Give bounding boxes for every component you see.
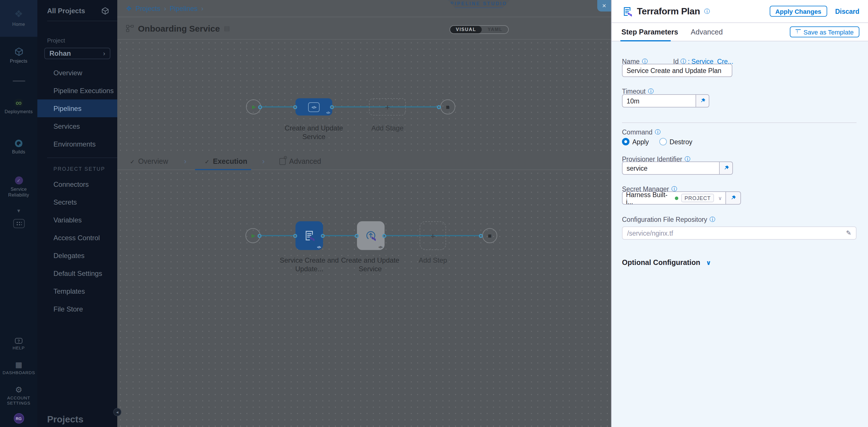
sidebar-item-delegates[interactable]: Delegates xyxy=(37,247,117,264)
rail-item-account-settings[interactable]: ⚙ ACCOUNT SETTINGS xyxy=(3,381,35,411)
service-reliability-icon: ✓ xyxy=(15,176,23,185)
cube-icon xyxy=(14,47,23,56)
close-icon: × xyxy=(602,2,606,10)
sidebar-item-services[interactable]: Services xyxy=(37,117,117,135)
step-label: Create and Update Service xyxy=(339,256,402,273)
rail-more-chevron-icon[interactable]: ▾ xyxy=(17,207,20,217)
user-avatar[interactable]: RG xyxy=(13,413,24,424)
chevron-right-icon: › xyxy=(201,4,204,12)
breadcrumb-pipelines[interactable]: Pipelines xyxy=(169,4,197,12)
connector-port[interactable] xyxy=(355,234,359,238)
sidebar-item-pipeline-executions[interactable]: Pipeline Executions xyxy=(37,81,117,99)
pin-icon xyxy=(699,98,706,104)
dashboards-icon: ▦ xyxy=(15,361,23,368)
sidebar-item-access-control[interactable]: Access Control xyxy=(37,229,117,247)
rail-label: Service Reliability xyxy=(3,187,35,198)
stage-connector-line xyxy=(261,106,441,107)
breadcrumb-projects[interactable]: Projects xyxy=(136,4,161,12)
config-repo-field-label: Configuration File Repository ⓘ xyxy=(622,216,715,224)
toggle-visual[interactable]: VISUAL xyxy=(450,26,482,33)
radio-apply[interactable]: Apply xyxy=(622,138,649,145)
radio-destroy[interactable]: Destroy xyxy=(659,138,692,145)
plus-icon: + xyxy=(385,102,390,112)
apps-grid-icon xyxy=(16,221,22,226)
connector-port[interactable] xyxy=(293,105,297,109)
connector-port[interactable] xyxy=(321,234,325,238)
active-tab-underline xyxy=(195,169,251,170)
sidebar-item-variables[interactable]: Variables xyxy=(37,211,117,229)
info-icon[interactable]: ⓘ xyxy=(704,7,710,15)
toggle-yaml[interactable]: YAML xyxy=(482,26,508,33)
all-projects-header[interactable]: All Projects xyxy=(37,0,117,15)
rail-item-home[interactable]: ❖ Home xyxy=(0,0,37,37)
tab-step-parameters[interactable]: Step Parameters xyxy=(621,28,678,36)
module-picker-button[interactable] xyxy=(13,219,25,228)
sidenav-collapse-handle[interactable]: ◀ xyxy=(113,408,121,416)
connector-port[interactable] xyxy=(437,105,441,109)
sidebar-item-connectors[interactable]: Connectors xyxy=(37,175,117,193)
rail-item-builds[interactable]: Builds xyxy=(0,127,37,167)
sidebar-item-pipelines[interactable]: Pipelines xyxy=(37,99,117,117)
rail-item-dashboards[interactable]: ▦ DASHBOARDS xyxy=(3,356,35,381)
rail-item-service-reliability[interactable]: ✓ Service Reliability xyxy=(0,167,37,207)
gear-icon: ⚙ xyxy=(15,386,22,394)
rail-label: Deployments xyxy=(5,109,33,115)
notes-icon[interactable]: ▤ xyxy=(224,25,230,32)
code-badge-icon: </> xyxy=(317,245,321,249)
info-icon[interactable]: ⓘ xyxy=(655,128,660,136)
connector-port[interactable] xyxy=(479,234,483,238)
sidebar-item-environments[interactable]: Environments xyxy=(37,135,117,153)
connector-port[interactable] xyxy=(330,105,334,109)
tab-label: Overview xyxy=(138,158,168,165)
connector-port[interactable] xyxy=(293,234,297,238)
sidebar-item-templates[interactable]: Templates xyxy=(37,282,117,300)
cube-icon xyxy=(101,7,109,15)
save-as-template-button[interactable]: Save as Template xyxy=(790,27,860,37)
sidebar-item-secrets[interactable]: Secrets xyxy=(37,193,117,211)
edit-pencil-icon[interactable]: ✎ xyxy=(234,25,239,32)
connector-port[interactable] xyxy=(257,234,261,238)
connector-port[interactable] xyxy=(258,105,262,109)
rail-label: ACCOUNT SETTINGS xyxy=(3,395,35,406)
project-selector[interactable]: Rohan › xyxy=(44,48,111,59)
pipeline-graph-icon xyxy=(126,25,134,32)
divider xyxy=(47,21,117,21)
secret-manager-pin-button[interactable] xyxy=(726,191,741,205)
page-title: Onboarding Service xyxy=(138,23,220,33)
tab-overview[interactable]: ✓ Overview xyxy=(130,158,168,165)
step-node-terraform-plan[interactable]: </> xyxy=(296,221,323,250)
provisioner-pin-button[interactable] xyxy=(720,162,733,175)
timeout-input[interactable] xyxy=(622,94,696,107)
discard-button[interactable]: Discard xyxy=(835,8,859,15)
optional-configuration-toggle[interactable]: Optional Configuration ∨ xyxy=(622,259,711,267)
info-icon[interactable]: ⓘ xyxy=(710,216,715,224)
timeout-pin-button[interactable] xyxy=(696,94,709,107)
rail-item-deployments[interactable]: ∞ Deployments xyxy=(0,87,37,127)
tab-advanced[interactable]: Advanced xyxy=(279,158,321,165)
nav-footer-projects: Projects xyxy=(47,414,83,425)
step-node-terraform-apply[interactable]: </> xyxy=(357,221,384,250)
config-repo-field[interactable]: /service/nginx.tf ✎ xyxy=(622,226,857,240)
sidebar-item-file-store[interactable]: File Store xyxy=(37,300,117,318)
add-step-button[interactable]: + xyxy=(420,221,446,250)
provisioner-input[interactable] xyxy=(622,162,720,175)
terraform-plan-icon xyxy=(621,5,633,17)
drawer-close-button[interactable]: × xyxy=(597,0,611,11)
command-field-label: Command ⓘ xyxy=(622,128,660,136)
apply-changes-button[interactable]: Apply Changes xyxy=(769,6,827,17)
edit-pencil-icon[interactable]: ✎ xyxy=(846,229,851,237)
connector-port[interactable] xyxy=(382,234,386,238)
stage-node-create-update-service[interactable]: </> </> xyxy=(296,98,332,116)
name-input[interactable] xyxy=(622,64,732,77)
sidebar-item-overview[interactable]: Overview xyxy=(37,64,117,81)
rail-item-projects[interactable]: Projects xyxy=(0,37,37,75)
tab-execution[interactable]: ✓ Execution xyxy=(205,158,247,165)
rail-label: DASHBOARDS xyxy=(3,370,35,375)
execution-end-node: ■ xyxy=(482,228,497,243)
add-stage-button[interactable]: + xyxy=(369,98,406,116)
tab-advanced[interactable]: Advanced xyxy=(691,28,722,36)
visual-yaml-toggle[interactable]: VISUAL YAML xyxy=(450,25,509,34)
sidebar-item-default-settings[interactable]: Default Settings xyxy=(37,264,117,282)
rail-item-help[interactable]: ? HELP xyxy=(13,333,25,356)
secret-manager-select[interactable]: Harness Built-i... PROJECT ∨ xyxy=(622,191,726,205)
